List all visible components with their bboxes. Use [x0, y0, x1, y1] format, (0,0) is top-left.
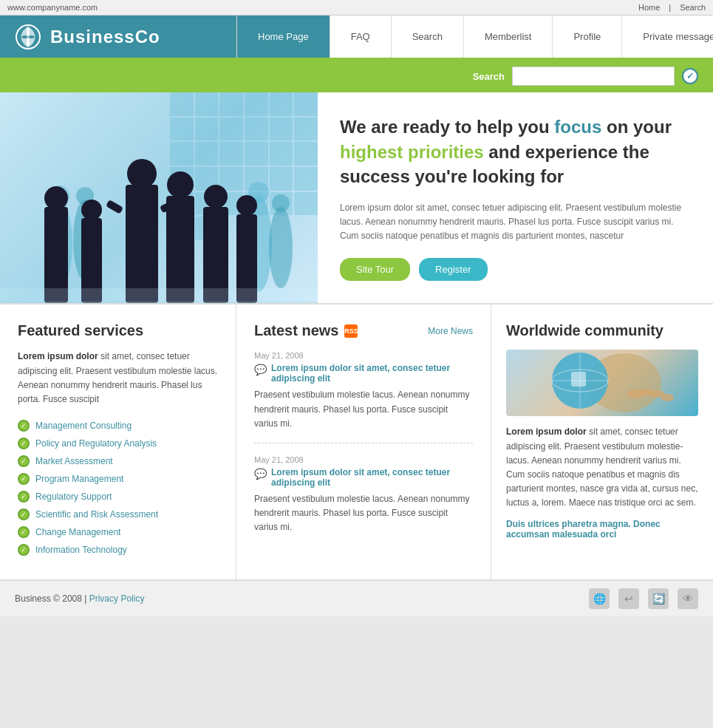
service-link-2[interactable]: ✓ Market Assessment	[18, 455, 218, 467]
svg-rect-31	[571, 372, 586, 387]
globe-svg	[506, 350, 698, 416]
silhouettes-image	[0, 126, 318, 303]
svg-rect-15	[166, 196, 194, 303]
service-link-7[interactable]: ✓ Information Technology	[18, 544, 218, 556]
svg-point-20	[236, 195, 257, 216]
copyright: Business © 2008	[15, 593, 82, 604]
service-link-5[interactable]: ✓ Scientific and Risk Assessment	[18, 508, 218, 520]
eye-footer-icon: 👁	[678, 588, 698, 609]
news-body-1: Praesent vestibulum molestie lacus. Aene…	[254, 492, 473, 535]
reply-footer-icon: ↩	[618, 588, 639, 609]
worldwide-community: Worldwide community L	[491, 305, 713, 579]
logo-text: BusinessCo	[50, 27, 160, 47]
nav-memberlist[interactable]: Memberlist	[464, 16, 553, 58]
service-link-1[interactable]: ✓ Policy and Regulatory Analysis	[18, 438, 218, 449]
main-content: Featured services Lorem ipsum dolor sit …	[0, 303, 713, 579]
search-bar-label: Search	[473, 71, 505, 82]
svg-point-16	[167, 171, 194, 198]
hero-body: Lorem ipsum dolor sit amet, consec tetue…	[340, 201, 691, 244]
url-text: www.companyname.com	[7, 3, 98, 12]
hero-heading: We are ready to help you focus on your h…	[340, 115, 691, 189]
check-icon: ✓	[18, 544, 30, 556]
footer: Business © 2008 | Privacy Policy 🌐 ↩ 🔄 👁	[0, 579, 713, 616]
service-link-0[interactable]: ✓ Management Consulting	[18, 420, 218, 432]
svg-point-8	[272, 194, 290, 212]
hero-text: We are ready to help you focus on your h…	[318, 92, 713, 303]
svg-rect-21	[106, 200, 123, 214]
svg-point-7	[269, 207, 293, 288]
worldwide-text: Lorem ipsum dolor sit amet, consec tetue…	[506, 425, 698, 510]
refresh-footer-icon: 🔄	[648, 588, 669, 609]
register-button[interactable]: Register	[419, 258, 487, 281]
news-title: Latest news	[254, 322, 338, 339]
nav-homepage[interactable]: Home Page	[236, 16, 330, 58]
nav-profile[interactable]: Profile	[553, 16, 622, 58]
check-icon: ✓	[18, 438, 30, 449]
home-toplink[interactable]: Home	[638, 3, 660, 12]
svg-point-18	[204, 185, 228, 208]
news-body-0: Praesent vestibulum molestie lacus. Aene…	[254, 388, 473, 431]
check-icon: ✓	[18, 491, 30, 503]
footer-icons: 🌐 ↩ 🔄 👁	[589, 588, 698, 609]
top-bar: www.companyname.com Home | Search	[0, 0, 713, 16]
svg-rect-24	[0, 288, 318, 303]
svg-point-35	[661, 394, 674, 401]
featured-intro: Lorem ipsum dolor sit amet, consec tetue…	[18, 350, 218, 406]
nav-faq[interactable]: FAQ	[330, 16, 392, 58]
news-date-0: May 21, 2008	[254, 351, 473, 360]
nav-privatemsg[interactable]: Private message	[622, 16, 713, 58]
logo-icon	[15, 24, 41, 50]
search-toplink[interactable]: Search	[680, 3, 706, 12]
worldwide-link[interactable]: Duis ultrices pharetra magna. Donec accu…	[506, 519, 698, 540]
check-icon: ✓	[18, 455, 30, 467]
featured-services: Featured services Lorem ipsum dolor sit …	[0, 305, 236, 579]
news-item-1: May 21, 2008 💬 Lorem ipsum dolor sit ame…	[254, 455, 473, 547]
rss-icon: RSS	[344, 324, 358, 338]
more-news-link[interactable]: More News	[428, 326, 473, 336]
check-icon: ✓	[18, 526, 30, 538]
news-date-1: May 21, 2008	[254, 455, 473, 464]
globe-footer-icon: 🌐	[589, 588, 610, 609]
check-icon: ✓	[18, 420, 30, 432]
navigation: BusinessCo Home Page FAQ Search Memberli…	[0, 16, 713, 60]
news-link-0[interactable]: Lorem ipsum dolor sit amet, consec tetue…	[271, 363, 473, 384]
hero-buttons: Site Tour Register	[340, 258, 691, 281]
service-link-3[interactable]: ✓ Program Management	[18, 473, 218, 485]
svg-rect-13	[126, 185, 158, 303]
search-submit-button[interactable]	[682, 68, 698, 84]
privacy-policy-link[interactable]: Privacy Policy	[89, 593, 145, 604]
news-item-0: May 21, 2008 💬 Lorem ipsum dolor sit ame…	[254, 351, 473, 443]
top-bar-links: Home | Search	[638, 3, 706, 12]
logo: BusinessCo	[0, 16, 236, 58]
check-icon: ✓	[18, 473, 30, 485]
search-bar: Search	[0, 60, 713, 92]
worldwide-title: Worldwide community	[506, 322, 698, 339]
comment-icon: 💬	[254, 364, 267, 375]
service-link-4[interactable]: ✓ Regulatory Support	[18, 491, 218, 503]
hero-section: We are ready to help you focus on your h…	[0, 92, 713, 303]
news-header: Latest news RSS More News	[254, 322, 473, 339]
svg-point-12	[81, 200, 102, 220]
check-icon: ✓	[18, 508, 30, 520]
nav-search[interactable]: Search	[392, 16, 464, 58]
site-tour-button[interactable]: Site Tour	[340, 258, 410, 281]
news-link-1[interactable]: Lorem ipsum dolor sit amet, consec tetue…	[271, 467, 473, 488]
featured-title: Featured services	[18, 322, 218, 339]
nav-links: Home Page FAQ Search Memberlist Profile …	[236, 16, 713, 58]
svg-point-10	[44, 186, 68, 210]
latest-news: Latest news RSS More News May 21, 2008 💬…	[236, 305, 491, 579]
search-input[interactable]	[512, 67, 675, 86]
service-link-6[interactable]: ✓ Change Management	[18, 526, 218, 538]
footer-left: Business © 2008 | Privacy Policy	[15, 593, 144, 604]
svg-point-14	[127, 159, 157, 188]
hero-image	[0, 92, 318, 303]
globe-image	[506, 350, 698, 416]
comment-icon: 💬	[254, 468, 267, 480]
